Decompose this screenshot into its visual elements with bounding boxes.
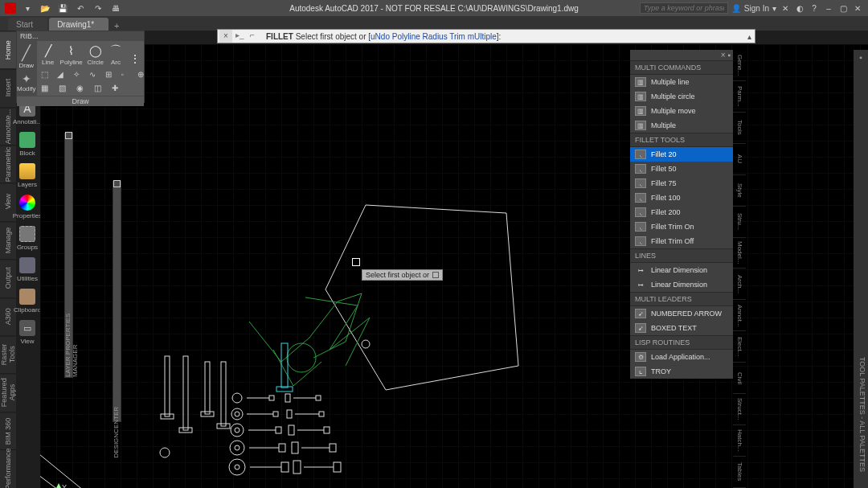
tool-line[interactable]: ╱Line xyxy=(41,43,55,66)
item-fillet-20[interactable]: ◟Fillet 20 xyxy=(630,147,733,162)
palette-bar-handle-icon[interactable]: ▪ xyxy=(854,50,868,62)
ribbon-tab-home[interactable]: Home xyxy=(0,31,16,68)
item-fillet-trim-off[interactable]: ◟Fillet Trim Off xyxy=(630,234,733,248)
signin-button[interactable]: 👤 Sign In ▾ xyxy=(731,4,776,13)
tool-small-6[interactable]: ◦ xyxy=(121,70,131,80)
mod-small-2[interactable]: ▧ xyxy=(59,84,68,93)
item-linear-dim-2[interactable]: ↦Linear Dimension xyxy=(630,277,733,292)
mod-small-1[interactable]: ▦ xyxy=(41,84,51,93)
item-multiple[interactable]: ▥Multiple xyxy=(630,118,733,133)
modify-label: Modify xyxy=(17,85,36,92)
palette-layer-properties[interactable]: LAYER PROPERTIES MANAGER xyxy=(64,133,73,378)
help-icon[interactable]: ? xyxy=(809,2,820,14)
ribbon-tab-rastertools[interactable]: Raster Tools xyxy=(0,335,16,373)
undo-icon[interactable]: ↶ xyxy=(74,2,87,14)
ptab-0[interactable]: Gene... xyxy=(733,50,746,81)
side-view[interactable]: ▭View xyxy=(16,318,39,347)
item-linear-dim-1[interactable]: ↦Linear Dimension xyxy=(630,263,733,277)
cmd-close-icon[interactable]: × xyxy=(219,30,232,43)
item-multiple-move[interactable]: ▥Multiple move xyxy=(630,104,733,118)
item-fillet-200[interactable]: ◟Fillet 200 xyxy=(630,205,733,219)
ptab-12[interactable]: Hatch... xyxy=(733,425,746,457)
ptab-13[interactable]: Tables xyxy=(733,457,746,488)
item-fillet-50[interactable]: ◟Fillet 50 xyxy=(630,162,733,176)
new-tab-button[interactable]: + xyxy=(110,21,123,31)
open-icon[interactable]: 📂 xyxy=(39,2,51,14)
tool-palettes-bar[interactable]: ▪ TOOL PALETTES - ALL PALETTES xyxy=(854,50,868,488)
redo-icon[interactable]: ↷ xyxy=(92,2,104,14)
ribbon-tab-featured[interactable]: Featured Apps xyxy=(0,373,16,411)
palette-close-icon[interactable]: × ▪ xyxy=(630,50,733,60)
item-numbered-arrow[interactable]: ➹NUMBERED ARROW xyxy=(630,306,733,321)
item-fillet-75[interactable]: ◟Fillet 75 xyxy=(630,176,733,191)
modify-tool-icon[interactable]: ✦ xyxy=(18,72,35,85)
ribbon-tab-performance[interactable]: Performance xyxy=(0,449,16,488)
palette-designcenter[interactable]: DESIGNCENTER xyxy=(113,181,121,422)
item-multiple-circle[interactable]: ▥Multiple circle xyxy=(630,89,733,104)
ribbon-tab-parametric[interactable]: Parametric xyxy=(0,145,16,182)
line-tool-icon[interactable]: ╱ xyxy=(18,44,35,62)
cmd-text: FILLET Select first object or [uNdo Poly… xyxy=(263,32,501,41)
close-icon[interactable]: ✕ xyxy=(852,2,863,14)
item-fillet-100[interactable]: ◟Fillet 100 xyxy=(630,191,733,205)
command-line[interactable]: × ▸_ ⌐ FILLET Select first object or [uN… xyxy=(217,29,755,43)
ribbon-tab-insert[interactable]: Insert xyxy=(0,68,16,106)
a360-icon[interactable]: ◐ xyxy=(794,2,805,14)
tool-more[interactable]: ⋮ xyxy=(128,51,142,66)
ribbon-tab-output[interactable]: Output xyxy=(0,259,16,297)
cmd-history-icon[interactable]: ▴ xyxy=(743,32,755,41)
ptab-9[interactable]: Elect... xyxy=(733,331,746,363)
tool-small-7[interactable]: ⊕ xyxy=(137,70,147,80)
side-groups[interactable]: Groups xyxy=(16,223,39,253)
minimize-icon[interactable]: – xyxy=(823,2,834,14)
tool-circle[interactable]: ◯Circle xyxy=(88,43,104,66)
ribbon-tab-manage[interactable]: Manage xyxy=(0,221,16,259)
mod-small-3[interactable]: ◉ xyxy=(76,84,86,93)
ribbon-tab-annotate[interactable]: Annotate... xyxy=(0,107,16,145)
help-search-input[interactable] xyxy=(640,2,728,14)
qat-menu-icon[interactable]: ▾ xyxy=(21,2,34,14)
side-block[interactable]: Block xyxy=(16,129,39,159)
print-icon[interactable]: 🖶 xyxy=(109,2,122,14)
tool-polyline[interactable]: ⌇Polyline xyxy=(60,43,83,66)
mod-small-5[interactable]: ✚ xyxy=(112,84,121,93)
side-utilities[interactable]: Utilities xyxy=(16,255,39,285)
tool-small-3[interactable]: ✧ xyxy=(73,70,83,80)
tool-arc[interactable]: ⌒Arc xyxy=(108,43,123,66)
side-layers[interactable]: Layers xyxy=(16,161,39,191)
item-boxed-text[interactable]: ➹BOXED TEXT xyxy=(630,321,733,335)
ptab-7[interactable]: Arch... xyxy=(733,269,746,300)
side-clipboard[interactable]: Clipboard xyxy=(16,286,39,316)
palette-handle-icon[interactable] xyxy=(65,132,72,139)
ptab-5[interactable]: Stru... xyxy=(733,207,746,238)
exchange-icon[interactable]: ✕ xyxy=(780,2,791,14)
ptab-1[interactable]: Parm... xyxy=(733,81,746,113)
ptab-3[interactable]: AU xyxy=(733,144,746,175)
ptab-6[interactable]: Model... xyxy=(733,238,746,269)
ptab-2[interactable]: Tools xyxy=(733,113,746,144)
mod-small-4[interactable]: ◫ xyxy=(94,84,104,93)
ribbon-panel-draw: RIB... ╱ Draw ✦ Modify ╱Line ⌇Polyline ◯… xyxy=(16,31,145,103)
ptab-11[interactable]: Struct... xyxy=(733,394,746,425)
side-properties[interactable]: Properties xyxy=(16,192,39,222)
tool-small-4[interactable]: ∿ xyxy=(89,70,99,80)
maximize-icon[interactable]: ▢ xyxy=(837,2,849,14)
ptab-10[interactable]: Civil xyxy=(733,363,746,394)
tool-small-2[interactable]: ◢ xyxy=(57,70,67,80)
item-fillet-trim-on[interactable]: ◟Fillet Trim On xyxy=(630,219,733,234)
tab-drawing1[interactable]: Drawing1* xyxy=(49,18,108,31)
palette-handle-icon[interactable] xyxy=(113,180,121,187)
ribbon-tab-a360[interactable]: A360 xyxy=(0,297,16,335)
tooltip-options-icon[interactable] xyxy=(432,272,439,278)
ptab-8[interactable]: Annot... xyxy=(733,300,746,331)
tool-small-5[interactable]: ⊞ xyxy=(105,70,115,80)
tool-small-1[interactable]: ⬚ xyxy=(41,70,51,80)
tab-start[interactable]: Start xyxy=(8,18,47,31)
item-troy[interactable]: ʟTROY xyxy=(630,364,733,379)
ptab-4[interactable]: Style xyxy=(733,175,746,207)
item-multiple-line[interactable]: ▥Multiple line xyxy=(630,75,733,89)
ribbon-panel-footer[interactable]: Draw xyxy=(17,96,144,106)
item-load-app[interactable]: ⚙Load Application... xyxy=(630,350,733,364)
save-icon[interactable]: 💾 xyxy=(56,2,69,14)
ribbon-tab-bim360[interactable]: BIM 360 xyxy=(0,412,16,449)
